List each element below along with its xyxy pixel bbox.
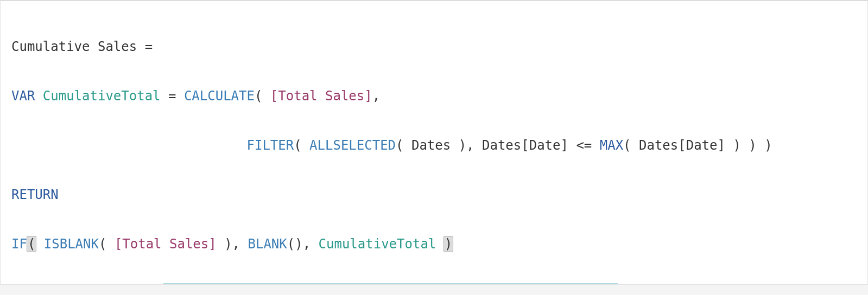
return-keyword: RETURN — [11, 187, 59, 202]
space — [36, 236, 43, 252]
variable-ref: CumulativeTotal — [319, 236, 436, 252]
space — [436, 236, 443, 252]
measure-ref: [Total Sales] — [115, 236, 217, 252]
paren: ( — [294, 138, 309, 153]
max-fn: MAX — [600, 138, 623, 153]
code-line-2[interactable]: VAR CumulativeTotal = CALCULATE( [Total … — [11, 84, 857, 109]
measure-name: Cumulative Sales — [11, 39, 137, 54]
matched-open-paren: ( — [27, 236, 36, 252]
equals-sign: = — [137, 39, 153, 54]
variable-name: CumulativeTotal — [35, 88, 160, 104]
blank-fn: BLANK — [248, 236, 287, 252]
paren: ( — [255, 88, 270, 104]
if-fn: IF — [11, 236, 27, 252]
paren: ( — [623, 138, 639, 153]
paren: ( — [396, 138, 411, 153]
code-line-5[interactable]: IF( ISBLANK( [Total Sales] ), BLANK(), C… — [11, 232, 857, 257]
bottom-accent-line — [163, 283, 618, 284]
paren-comma: ), — [451, 138, 482, 153]
code-line-4[interactable]: RETURN — [11, 183, 857, 208]
paren-comma: ), — [217, 236, 248, 252]
code-line-1[interactable]: Cumulative Sales = — [11, 35, 857, 60]
code-line-3[interactable]: FILTER( ALLSELECTED( Dates ), Dates[Date… — [11, 133, 857, 158]
isblank-fn: ISBLANK — [44, 236, 99, 252]
column-ref: Dates[Date] — [482, 138, 568, 153]
operator: <= — [568, 138, 600, 153]
assign: = — [161, 88, 184, 104]
table-ref: Dates — [411, 138, 451, 153]
formula-editor[interactable]: Cumulative Sales = VAR CumulativeTotal =… — [0, 0, 868, 285]
comma: , — [372, 88, 380, 104]
paren-close: ) ) ) — [725, 138, 772, 153]
indent — [11, 138, 246, 153]
column-ref: Dates[Date] — [639, 138, 725, 153]
paren-comma: (), — [287, 236, 319, 252]
paren: ( — [99, 236, 115, 252]
calculate-fn: CALCULATE — [184, 88, 255, 104]
filter-fn: FILTER — [246, 138, 294, 153]
allselected-fn: ALLSELECTED — [309, 138, 396, 153]
matched-close-paren: ) — [444, 236, 453, 252]
measure-ref: [Total Sales] — [270, 88, 372, 104]
var-keyword: VAR — [11, 88, 35, 104]
